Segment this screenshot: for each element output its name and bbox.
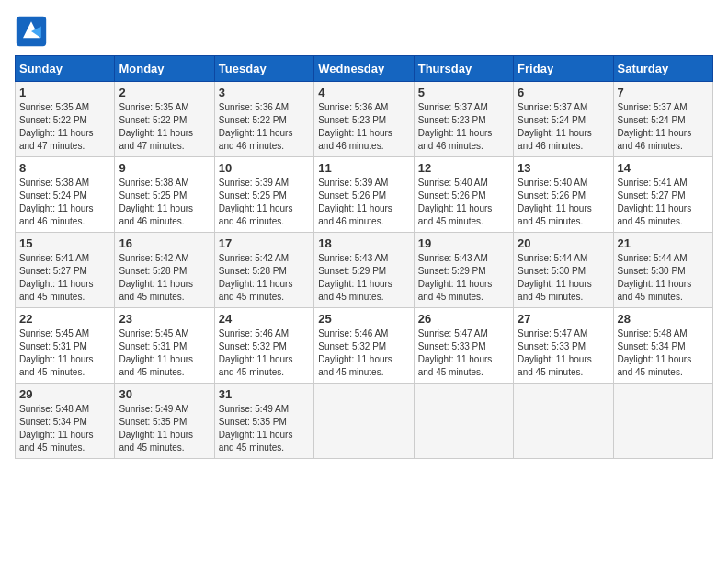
day-cell: 11Sunrise: 5:39 AMSunset: 5:26 PMDayligh… <box>314 157 414 233</box>
day-info: Sunrise: 5:36 AMSunset: 5:23 PMDaylight:… <box>318 101 409 153</box>
day-info: Sunrise: 5:40 AMSunset: 5:26 PMDaylight:… <box>418 177 509 228</box>
day-info: Sunrise: 5:41 AMSunset: 5:27 PMDaylight:… <box>618 177 709 228</box>
day-number: 3 <box>219 86 310 99</box>
day-cell: 17Sunrise: 5:42 AMSunset: 5:28 PMDayligh… <box>214 233 313 308</box>
day-info: Sunrise: 5:43 AMSunset: 5:29 PMDaylight:… <box>318 252 409 304</box>
day-number: 10 <box>219 161 310 175</box>
day-number: 16 <box>119 236 210 250</box>
day-info: Sunrise: 5:37 AMSunset: 5:24 PMDaylight:… <box>518 101 609 153</box>
day-cell: 15Sunrise: 5:41 AMSunset: 5:27 PMDayligh… <box>16 233 115 308</box>
day-info: Sunrise: 5:42 AMSunset: 5:28 PMDaylight:… <box>219 252 310 304</box>
day-number: 29 <box>19 387 110 401</box>
day-cell: 6Sunrise: 5:37 AMSunset: 5:24 PMDaylight… <box>514 82 613 157</box>
header-row: SundayMondayTuesdayWednesdayThursdayFrid… <box>16 56 713 82</box>
day-cell: 8Sunrise: 5:38 AMSunset: 5:24 PMDaylight… <box>16 157 115 233</box>
day-cell: 30Sunrise: 5:49 AMSunset: 5:35 PMDayligh… <box>115 384 214 459</box>
day-number: 2 <box>119 86 210 99</box>
day-number: 30 <box>119 387 210 401</box>
day-info: Sunrise: 5:47 AMSunset: 5:33 PMDaylight:… <box>418 327 509 379</box>
day-info: Sunrise: 5:49 AMSunset: 5:35 PMDaylight:… <box>119 403 210 454</box>
day-cell: 26Sunrise: 5:47 AMSunset: 5:33 PMDayligh… <box>414 308 513 384</box>
day-info: Sunrise: 5:38 AMSunset: 5:25 PMDaylight:… <box>119 177 210 228</box>
day-cell: 28Sunrise: 5:48 AMSunset: 5:34 PMDayligh… <box>613 308 712 384</box>
day-info: Sunrise: 5:40 AMSunset: 5:26 PMDaylight:… <box>518 177 609 228</box>
column-header-tuesday: Tuesday <box>214 56 313 82</box>
day-cell: 20Sunrise: 5:44 AMSunset: 5:30 PMDayligh… <box>514 233 613 308</box>
day-info: Sunrise: 5:35 AMSunset: 5:22 PMDaylight:… <box>19 101 110 153</box>
day-cell: 3Sunrise: 5:36 AMSunset: 5:22 PMDaylight… <box>214 82 313 157</box>
day-cell: 14Sunrise: 5:41 AMSunset: 5:27 PMDayligh… <box>613 157 712 233</box>
column-header-saturday: Saturday <box>613 56 712 82</box>
day-info: Sunrise: 5:43 AMSunset: 5:29 PMDaylight:… <box>418 252 509 304</box>
day-info: Sunrise: 5:46 AMSunset: 5:32 PMDaylight:… <box>318 327 409 379</box>
day-number: 26 <box>418 312 509 326</box>
day-number: 14 <box>618 161 709 175</box>
day-cell <box>314 384 414 459</box>
day-cell: 4Sunrise: 5:36 AMSunset: 5:23 PMDaylight… <box>314 82 414 157</box>
day-cell: 10Sunrise: 5:39 AMSunset: 5:25 PMDayligh… <box>214 157 313 233</box>
logo <box>15 15 51 48</box>
week-row-2: 8Sunrise: 5:38 AMSunset: 5:24 PMDaylight… <box>16 157 713 233</box>
day-cell: 12Sunrise: 5:40 AMSunset: 5:26 PMDayligh… <box>414 157 513 233</box>
day-number: 21 <box>618 236 709 250</box>
column-header-wednesday: Wednesday <box>314 56 414 82</box>
day-info: Sunrise: 5:48 AMSunset: 5:34 PMDaylight:… <box>19 403 110 454</box>
day-info: Sunrise: 5:45 AMSunset: 5:31 PMDaylight:… <box>19 327 110 379</box>
day-number: 24 <box>219 312 310 326</box>
header <box>15 15 713 48</box>
day-info: Sunrise: 5:45 AMSunset: 5:31 PMDaylight:… <box>119 327 210 379</box>
day-number: 9 <box>119 161 210 175</box>
day-number: 11 <box>318 161 409 175</box>
column-header-thursday: Thursday <box>414 56 513 82</box>
day-cell: 13Sunrise: 5:40 AMSunset: 5:26 PMDayligh… <box>514 157 613 233</box>
day-info: Sunrise: 5:35 AMSunset: 5:22 PMDaylight:… <box>119 101 210 153</box>
day-cell: 7Sunrise: 5:37 AMSunset: 5:24 PMDaylight… <box>613 82 712 157</box>
day-cell: 5Sunrise: 5:37 AMSunset: 5:23 PMDaylight… <box>414 82 513 157</box>
day-cell: 24Sunrise: 5:46 AMSunset: 5:32 PMDayligh… <box>214 308 313 384</box>
day-cell <box>613 384 712 459</box>
day-info: Sunrise: 5:48 AMSunset: 5:34 PMDaylight:… <box>618 327 709 379</box>
day-cell: 31Sunrise: 5:49 AMSunset: 5:35 PMDayligh… <box>214 384 313 459</box>
day-number: 23 <box>119 312 210 326</box>
day-number: 7 <box>618 86 709 99</box>
day-cell: 16Sunrise: 5:42 AMSunset: 5:28 PMDayligh… <box>115 233 214 308</box>
day-cell <box>514 384 613 459</box>
day-number: 1 <box>19 86 110 99</box>
day-number: 8 <box>19 161 110 175</box>
day-cell: 27Sunrise: 5:47 AMSunset: 5:33 PMDayligh… <box>514 308 613 384</box>
day-number: 15 <box>19 236 110 250</box>
day-number: 17 <box>219 236 310 250</box>
day-info: Sunrise: 5:49 AMSunset: 5:35 PMDaylight:… <box>219 403 310 454</box>
day-info: Sunrise: 5:37 AMSunset: 5:23 PMDaylight:… <box>418 101 509 153</box>
day-number: 28 <box>618 312 709 326</box>
day-cell: 22Sunrise: 5:45 AMSunset: 5:31 PMDayligh… <box>16 308 115 384</box>
week-row-5: 29Sunrise: 5:48 AMSunset: 5:34 PMDayligh… <box>16 384 713 459</box>
day-cell: 2Sunrise: 5:35 AMSunset: 5:22 PMDaylight… <box>115 82 214 157</box>
day-cell: 1Sunrise: 5:35 AMSunset: 5:22 PMDaylight… <box>16 82 115 157</box>
column-header-monday: Monday <box>115 56 214 82</box>
day-number: 13 <box>518 161 609 175</box>
day-cell <box>414 384 513 459</box>
day-number: 19 <box>418 236 509 250</box>
day-cell: 18Sunrise: 5:43 AMSunset: 5:29 PMDayligh… <box>314 233 414 308</box>
day-number: 12 <box>418 161 509 175</box>
day-info: Sunrise: 5:44 AMSunset: 5:30 PMDaylight:… <box>518 252 609 304</box>
column-header-friday: Friday <box>514 56 613 82</box>
day-number: 25 <box>318 312 409 326</box>
day-number: 22 <box>19 312 110 326</box>
day-number: 6 <box>518 86 609 99</box>
day-info: Sunrise: 5:36 AMSunset: 5:22 PMDaylight:… <box>219 101 310 153</box>
day-cell: 9Sunrise: 5:38 AMSunset: 5:25 PMDaylight… <box>115 157 214 233</box>
day-info: Sunrise: 5:41 AMSunset: 5:27 PMDaylight:… <box>19 252 110 304</box>
day-number: 31 <box>219 387 310 401</box>
day-cell: 23Sunrise: 5:45 AMSunset: 5:31 PMDayligh… <box>115 308 214 384</box>
day-number: 20 <box>518 236 609 250</box>
column-header-sunday: Sunday <box>16 56 115 82</box>
day-info: Sunrise: 5:47 AMSunset: 5:33 PMDaylight:… <box>518 327 609 379</box>
day-cell: 21Sunrise: 5:44 AMSunset: 5:30 PMDayligh… <box>613 233 712 308</box>
day-number: 4 <box>318 86 409 99</box>
calendar-table: SundayMondayTuesdayWednesdayThursdayFrid… <box>15 55 713 459</box>
day-info: Sunrise: 5:46 AMSunset: 5:32 PMDaylight:… <box>219 327 310 379</box>
logo-icon <box>15 15 48 48</box>
day-cell: 29Sunrise: 5:48 AMSunset: 5:34 PMDayligh… <box>16 384 115 459</box>
